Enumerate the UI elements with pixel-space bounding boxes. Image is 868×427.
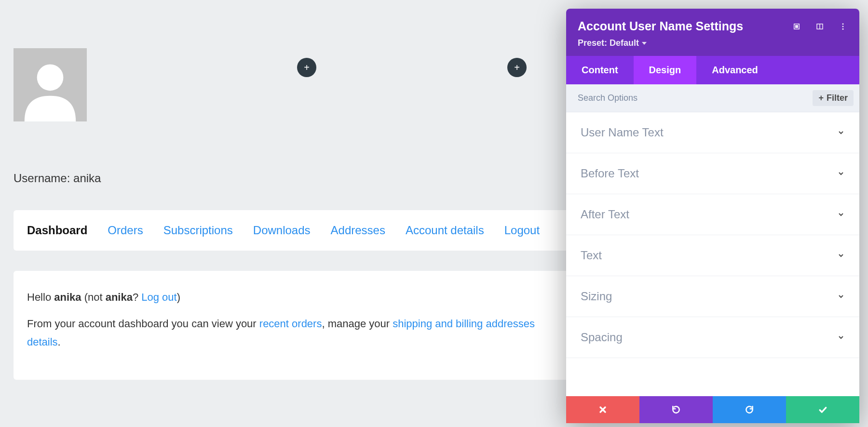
kebab-menu-icon[interactable] — [838, 22, 848, 31]
panel-header: Account User Name Settings Preset: Defau… — [566, 9, 859, 56]
section-user-name-text[interactable]: User Name Text — [566, 112, 859, 153]
add-module-button-1[interactable]: + — [297, 58, 316, 77]
nav-logout[interactable]: Logout — [504, 224, 540, 237]
chevron-down-icon — [837, 211, 845, 218]
nav-downloads[interactable]: Downloads — [253, 224, 311, 237]
save-button[interactable] — [786, 396, 859, 423]
caret-down-icon — [642, 42, 647, 45]
nav-subscriptions[interactable]: Subscriptions — [163, 224, 233, 237]
expand-icon[interactable] — [792, 22, 801, 31]
nav-addresses[interactable]: Addresses — [331, 224, 385, 237]
chevron-down-icon — [837, 293, 845, 300]
filter-button[interactable]: + Filter — [813, 90, 854, 106]
chevron-down-icon — [837, 129, 845, 136]
panel-search-row: + Filter — [566, 84, 859, 112]
chevron-down-icon — [837, 170, 845, 177]
section-text[interactable]: Text — [566, 235, 859, 276]
panel-footer — [566, 396, 859, 423]
chevron-down-icon — [837, 252, 845, 259]
svg-point-1 — [37, 64, 64, 91]
tab-design[interactable]: Design — [634, 56, 697, 84]
svg-point-8 — [842, 28, 844, 29]
search-options-input[interactable] — [578, 93, 813, 103]
tab-content[interactable]: Content — [566, 56, 634, 84]
logout-link[interactable]: Log out — [141, 291, 176, 303]
filter-label: Filter — [827, 93, 848, 103]
plus-icon: + — [818, 93, 824, 103]
chevron-down-icon — [837, 334, 845, 341]
user-avatar — [14, 48, 87, 121]
section-after-text[interactable]: After Text — [566, 194, 859, 235]
undo-button[interactable] — [639, 396, 713, 423]
addresses-link[interactable]: shipping and billing addresses — [393, 318, 535, 330]
svg-point-6 — [842, 23, 844, 25]
panel-tabs: Content Design Advanced — [566, 56, 859, 84]
nav-orders[interactable]: Orders — [108, 224, 143, 237]
nav-account-details[interactable]: Account details — [406, 224, 484, 237]
panel-body[interactable]: User Name Text Before Text After Text Te… — [566, 112, 859, 396]
details-link[interactable]: details — [27, 336, 58, 348]
tab-advanced[interactable]: Advanced — [696, 56, 773, 84]
recent-orders-link[interactable]: recent orders — [259, 318, 322, 330]
redo-button[interactable] — [713, 396, 786, 423]
cancel-button[interactable] — [566, 396, 639, 423]
section-before-text[interactable]: Before Text — [566, 153, 859, 194]
svg-rect-3 — [796, 25, 798, 27]
preset-label: Preset: Default — [578, 38, 639, 48]
section-sizing[interactable]: Sizing — [566, 276, 859, 317]
svg-point-7 — [842, 26, 844, 27]
settings-panel: Account User Name Settings Preset: Defau… — [566, 9, 859, 423]
add-module-button-2[interactable]: + — [507, 58, 527, 77]
preset-dropdown[interactable]: Preset: Default — [578, 38, 647, 48]
section-spacing[interactable]: Spacing — [566, 317, 859, 358]
panel-title: Account User Name Settings — [578, 19, 743, 33]
snap-icon[interactable] — [815, 22, 825, 31]
greeting-user: anika — [54, 291, 81, 303]
username-value: anika — [73, 172, 101, 185]
nav-dashboard[interactable]: Dashboard — [27, 224, 87, 237]
username-label: Username: — [14, 172, 70, 185]
